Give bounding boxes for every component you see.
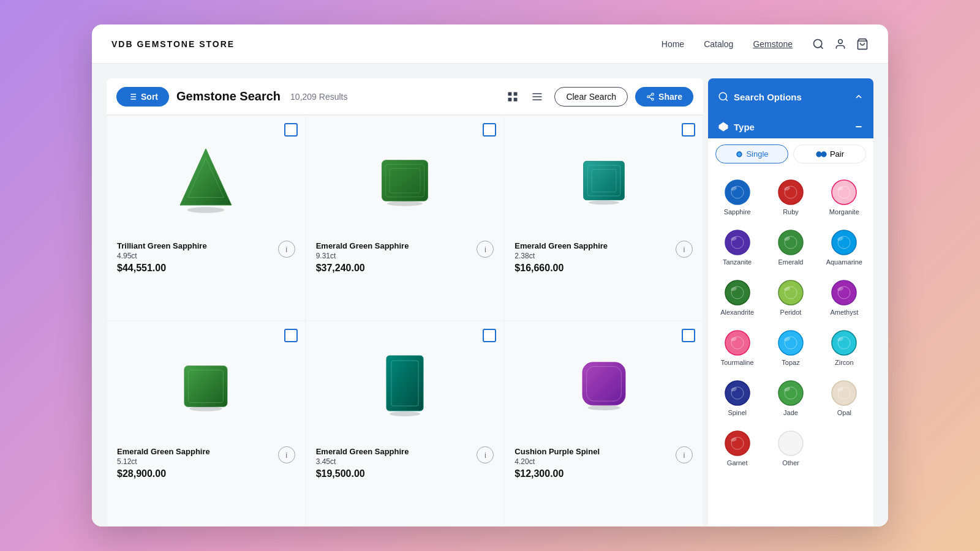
search-icon[interactable] bbox=[812, 38, 824, 50]
gem-color-circle bbox=[777, 380, 804, 407]
gem-type-item[interactable]: Other bbox=[764, 423, 817, 473]
product-checkbox[interactable] bbox=[284, 123, 298, 137]
svg-point-86 bbox=[725, 381, 750, 405]
grid-view-button[interactable] bbox=[503, 87, 522, 107]
gem-name-label: Opal bbox=[837, 409, 851, 416]
product-info: Trilliant Green Sapphire 4.95ct i bbox=[117, 241, 295, 260]
pair-label: Pair bbox=[830, 149, 844, 159]
gem-circle bbox=[724, 329, 751, 356]
svg-rect-10 bbox=[508, 92, 512, 96]
share-icon bbox=[646, 92, 655, 101]
single-label: Single bbox=[746, 149, 768, 159]
gem-type-item[interactable]: Emerald bbox=[764, 222, 817, 272]
svg-line-1 bbox=[821, 46, 823, 48]
product-price: $37,240.00 bbox=[316, 263, 494, 274]
svg-line-21 bbox=[649, 94, 652, 96]
product-carat: 5.12ct bbox=[117, 457, 210, 466]
gem-type-item[interactable]: Tourmaline bbox=[710, 323, 764, 373]
product-name: Emerald Green Sapphire bbox=[316, 241, 409, 252]
product-info: Cushion Purple Spinel 4.20ct i bbox=[514, 446, 693, 466]
product-image bbox=[514, 331, 693, 441]
info-button[interactable]: i bbox=[278, 446, 295, 463]
gem-name-label: Zircon bbox=[835, 359, 854, 366]
gem-name-label: Emerald bbox=[778, 258, 804, 266]
svg-point-80 bbox=[778, 331, 803, 355]
nav-icons bbox=[812, 38, 869, 50]
svg-point-41 bbox=[587, 405, 620, 410]
gem-type-item[interactable]: Amethyst bbox=[818, 272, 871, 323]
gem-color-circle bbox=[777, 179, 804, 206]
info-button[interactable]: i bbox=[278, 241, 295, 258]
toolbar: Sort Gemstone Search 10,209 Results Clea… bbox=[107, 78, 703, 115]
svg-point-56 bbox=[832, 180, 856, 204]
gem-cushion bbox=[573, 350, 635, 423]
info-button[interactable]: i bbox=[477, 446, 494, 463]
product-checkbox[interactable] bbox=[483, 123, 496, 137]
info-button[interactable]: i bbox=[477, 241, 494, 258]
nav-link-gemstone[interactable]: Gemstone bbox=[753, 39, 793, 49]
product-image bbox=[117, 126, 295, 236]
gem-type-item[interactable]: Garnet bbox=[710, 423, 764, 473]
svg-point-77 bbox=[725, 331, 750, 355]
gem-name-label: Spinel bbox=[728, 409, 747, 416]
left-panel: Sort Gemstone Search 10,209 Results Clea… bbox=[107, 78, 703, 527]
product-checkbox[interactable] bbox=[682, 329, 695, 342]
single-toggle[interactable]: Single bbox=[715, 144, 788, 163]
svg-point-59 bbox=[725, 230, 750, 255]
search-title: Gemstone Search bbox=[176, 89, 281, 103]
nav-link-home[interactable]: Home bbox=[662, 39, 684, 49]
gem-color-circle bbox=[831, 380, 858, 407]
gem-type-item[interactable]: Aquamarine bbox=[818, 222, 871, 272]
share-button[interactable]: Share bbox=[635, 87, 693, 107]
gem-type-item[interactable]: Peridot bbox=[764, 272, 817, 323]
product-checkbox[interactable] bbox=[682, 123, 695, 137]
gem-type-item[interactable]: Zircon bbox=[818, 323, 871, 373]
cart-icon[interactable] bbox=[856, 38, 869, 50]
gem-color-circle bbox=[724, 229, 751, 256]
type-toggle: Single Pair bbox=[708, 138, 873, 170]
gem-circle bbox=[831, 329, 858, 356]
info-button[interactable]: i bbox=[676, 241, 693, 258]
gem-name-label: Garnet bbox=[727, 459, 748, 467]
svg-rect-13 bbox=[514, 97, 518, 101]
product-checkbox[interactable] bbox=[483, 329, 496, 342]
svg-point-2 bbox=[839, 39, 843, 43]
nav-link-catalog[interactable]: Catalog bbox=[704, 39, 733, 49]
product-name: Emerald Green Sapphire bbox=[117, 446, 210, 457]
gem-type-item[interactable]: Morganite bbox=[818, 172, 871, 222]
product-checkbox[interactable] bbox=[284, 329, 298, 342]
svg-point-28 bbox=[387, 201, 423, 206]
pair-toggle[interactable]: Pair bbox=[793, 144, 866, 163]
minus-icon[interactable] bbox=[854, 122, 864, 132]
gem-type-item[interactable]: Ruby bbox=[764, 172, 817, 222]
gem-color-circle bbox=[777, 279, 804, 306]
main-content: Sort Gemstone Search 10,209 Results Clea… bbox=[92, 64, 888, 527]
gem-type-item[interactable]: Sapphire bbox=[710, 172, 764, 222]
gem-type-item[interactable]: Spinel bbox=[710, 373, 764, 423]
clear-search-button[interactable]: Clear Search bbox=[554, 87, 628, 107]
search-options-header[interactable]: Search Options bbox=[708, 78, 873, 115]
gem-circle bbox=[724, 380, 751, 407]
product-carat: 4.20ct bbox=[514, 457, 600, 466]
gem-name-label: Peridot bbox=[780, 309, 802, 316]
product-carat: 2.38ct bbox=[514, 252, 608, 260]
gem-type-item[interactable]: Jade bbox=[764, 373, 817, 423]
gem-other-circle bbox=[777, 430, 804, 457]
user-icon[interactable] bbox=[834, 38, 846, 50]
svg-point-98 bbox=[778, 431, 803, 455]
svg-rect-29 bbox=[583, 161, 624, 200]
product-info: Emerald Green Sapphire 5.12ct i bbox=[117, 446, 295, 466]
svg-point-0 bbox=[814, 39, 822, 47]
gem-trilliant bbox=[175, 144, 236, 217]
gem-emerald3 bbox=[175, 350, 236, 423]
gem-color-circle bbox=[724, 179, 751, 206]
gem-circle bbox=[724, 179, 751, 206]
gem-type-item[interactable]: Topaz bbox=[764, 323, 817, 373]
gem-type-item[interactable]: Alexandrite bbox=[710, 272, 764, 323]
gem-type-item[interactable]: Tanzanite bbox=[710, 222, 764, 272]
svg-point-47 bbox=[738, 152, 742, 156]
info-button[interactable]: i bbox=[676, 446, 693, 463]
list-view-button[interactable] bbox=[527, 87, 547, 107]
sort-button[interactable]: Sort bbox=[116, 87, 169, 107]
gem-type-item[interactable]: Opal bbox=[818, 373, 871, 423]
